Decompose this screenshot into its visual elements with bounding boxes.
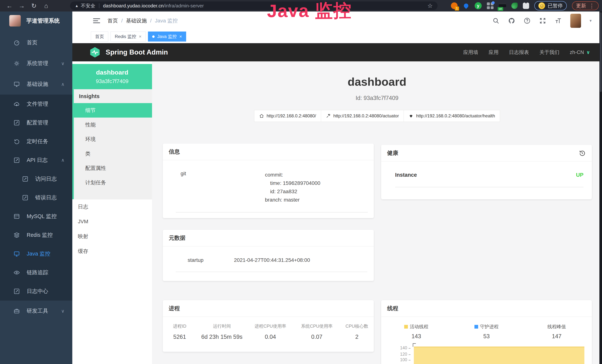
sba-menu-caches[interactable]: 缓存: [72, 244, 152, 259]
sidebar-item-mysql[interactable]: MySQL 监控: [0, 207, 72, 226]
endpoint-health-button[interactable]: http://192.168.0.2:48080/actuator/health: [404, 110, 500, 122]
security-label[interactable]: 不安全: [81, 3, 95, 9]
y-axis-cap: [413, 343, 416, 347]
endpoint-home-button[interactable]: http://192.168.0.2:48080/: [254, 110, 321, 122]
sidebar-item-home[interactable]: 首页: [0, 32, 72, 53]
extension-leaf-icon[interactable]: [511, 3, 518, 9]
database-icon: [13, 213, 20, 220]
sidebar-item-java[interactable]: Java 监控: [0, 244, 72, 263]
annotation-java-monitor: Java 监控: [267, 0, 352, 23]
sidebar-item-label: 系统管理: [27, 60, 48, 67]
browser-menu-kebab-icon[interactable]: ⋮: [589, 3, 595, 9]
extensions-puzzle-icon[interactable]: [523, 3, 529, 9]
sba-menu-env[interactable]: 环境: [74, 132, 152, 147]
endpoint-buttons: http://192.168.0.2:48080/ http://192.168…: [152, 110, 602, 122]
sba-nav-journal[interactable]: 日志报表: [509, 49, 529, 56]
breadcrumb-home[interactable]: 首页: [108, 17, 118, 24]
sidebar-item-access-log[interactable]: 访问日志: [0, 170, 72, 188]
sidebar-item-infra[interactable]: 基础设施 ∧: [0, 74, 72, 95]
sidebar-item-label: 日志中心: [27, 288, 48, 295]
sba-menu-metrics[interactable]: 性能: [74, 118, 152, 132]
sba-brand[interactable]: Spring Boot Admin: [106, 48, 168, 56]
sba-menu-mappings[interactable]: 映射: [72, 229, 152, 244]
sidebar-item-devtools[interactable]: 研发工具 ∨: [0, 300, 72, 321]
value-daemon-threads: 53: [452, 333, 522, 340]
browser-back-button[interactable]: ←: [3, 2, 16, 10]
legend-swatch-blue: [474, 325, 478, 329]
avatar-caret-icon[interactable]: ▾: [590, 18, 592, 23]
browser-reload-button[interactable]: ↻: [28, 2, 40, 10]
threads-card-title: 线程: [387, 305, 398, 312]
sba-sidebar: dashboard 93a3fc7f7409 Insights 细节 性能 环境…: [72, 61, 152, 364]
browser-home-button[interactable]: ⌂: [40, 2, 52, 10]
bookmark-star-icon[interactable]: ☆: [427, 2, 433, 9]
sba-menu-classes[interactable]: 类: [74, 147, 152, 161]
col-header-system-cpu: 系统CPU使用率: [294, 323, 340, 329]
value-process-cpu: 0.04: [247, 334, 293, 340]
sidebar-item-api-log[interactable]: API 日志 ∧: [0, 151, 72, 170]
process-table: 进程ID 运行时间 进程CPU使用率 系统CPU使用率 CPU核心数 5261 …: [163, 317, 374, 340]
sba-instance-header[interactable]: dashboard 93a3fc7f7409: [72, 64, 152, 89]
threads-card: 线程 活动线程 守护进程 线程峰值 143 53 147 140: [381, 300, 592, 364]
extension-y-icon[interactable]: y: [475, 2, 482, 9]
extension-orange-icon[interactable]: 1: [451, 2, 458, 9]
tab-java[interactable]: Java 监控 ×: [148, 32, 186, 42]
sba-nav-about[interactable]: 关于我们: [539, 49, 559, 56]
sidebar-item-system[interactable]: 系统管理 ∨: [0, 53, 72, 74]
chevron-up-icon: ∧: [61, 82, 64, 87]
close-icon[interactable]: ×: [179, 34, 182, 39]
extension-switch-icon[interactable]: on: [499, 3, 506, 9]
sba-menu-logfile[interactable]: 日志: [72, 199, 152, 214]
sidebar-item-job[interactable]: 定时任务: [0, 132, 72, 151]
sba-content: dashboard Id: 93a3fc7f7409 http://192.16…: [152, 61, 602, 364]
process-card: 进程 进程ID 运行时间 进程CPU使用率 系统CPU使用率 CPU核心数 52…: [163, 300, 374, 352]
sidebar-item-error-log[interactable]: 错误日志: [0, 188, 72, 207]
close-icon[interactable]: ×: [139, 34, 141, 39]
endpoint-actuator-button[interactable]: http://192.168.0.2:48080/actuator: [321, 110, 404, 122]
sba-menu-configprops[interactable]: 配置属性: [74, 161, 152, 175]
sba-menu-scheduledtasks[interactable]: 计划任务: [74, 175, 152, 190]
update-label: 更新: [576, 2, 586, 9]
tab-home[interactable]: 首页: [91, 32, 108, 42]
search-icon[interactable]: [493, 17, 499, 24]
sba-menu-jvm[interactable]: JVM: [72, 214, 152, 229]
github-icon[interactable]: [508, 17, 515, 24]
scrollbar-thumb[interactable]: [600, 12, 602, 92]
user-avatar[interactable]: [570, 14, 581, 28]
sidebar-item-config[interactable]: 配置管理: [0, 113, 72, 132]
browser-update-button[interactable]: 更新 ⋮: [572, 1, 599, 10]
sidebar-item-redis[interactable]: Redis 监控: [0, 226, 72, 244]
process-card-title: 进程: [169, 305, 180, 312]
sba-nav-applications[interactable]: 应用: [489, 49, 499, 56]
navbar-actions: ▾: [493, 14, 592, 28]
sidebar-item-trace[interactable]: 链路追踪: [0, 263, 72, 282]
fullscreen-icon[interactable]: [539, 17, 546, 24]
admin-logo-row[interactable]: 芋道管理系统: [0, 11, 72, 30]
sba-menu-details[interactable]: 细节: [72, 103, 152, 118]
heartbeat-icon: [409, 114, 413, 118]
hamburger-icon[interactable]: [93, 17, 100, 24]
page-title: dashboard: [152, 75, 602, 88]
address-bar[interactable]: ▲ 不安全 dashboard.yudao.iocoder.cn/infra/a…: [70, 1, 438, 10]
tab-redis[interactable]: Redis 监控 ×: [110, 32, 146, 42]
sba-instance-name: dashboard: [96, 69, 128, 76]
font-size-icon[interactable]: [555, 17, 562, 24]
health-history-icon[interactable]: [579, 149, 586, 157]
paused-profile-chip[interactable]: ☺ 已暂停: [534, 1, 567, 11]
help-icon[interactable]: [524, 17, 531, 24]
sidebar-item-log-center[interactable]: 日志中心: [0, 282, 72, 300]
extension-grid-icon[interactable]: [487, 2, 494, 9]
browser-scrollbar[interactable]: [599, 11, 602, 364]
sba-nav-wall[interactable]: 应用墙: [463, 49, 478, 56]
sba-locale-select[interactable]: zh-CN ∨: [570, 50, 590, 55]
breadcrumb-section[interactable]: 基础设施: [126, 17, 147, 24]
extension-pin-icon[interactable]: [463, 3, 469, 9]
sidebar-item-label: 文件管理: [27, 100, 48, 108]
value-active-threads: 143: [381, 333, 452, 340]
metadata-key: startup: [188, 257, 234, 263]
browser-forward-button[interactable]: →: [16, 2, 28, 10]
sidebar-item-file[interactable]: 文件管理: [0, 95, 72, 113]
extension-count-badge: 1: [455, 7, 459, 11]
cloud-upload-icon: [13, 101, 20, 107]
tags-view-bar: 首页 Redis 监控 × Java 监控 ×: [72, 30, 602, 43]
